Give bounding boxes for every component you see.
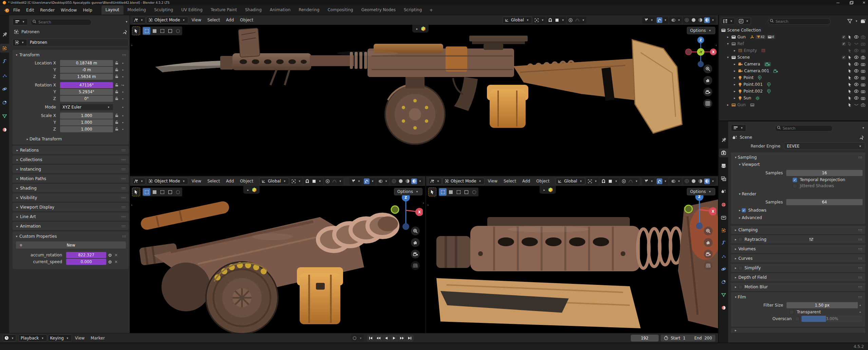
tab-rendering[interactable]: Rendering — [295, 5, 323, 15]
menu-add[interactable]: Add — [223, 17, 237, 23]
keying-menu[interactable]: Keying▾ — [48, 334, 72, 342]
magnet-icon[interactable] — [304, 178, 310, 184]
overlays-toggle[interactable]: ▾ — [656, 178, 668, 185]
lock-icon[interactable] — [114, 114, 119, 118]
menu-view[interactable]: View — [189, 17, 204, 23]
pivot-dropdown[interactable]: ▾ — [533, 17, 546, 24]
perspective-grid-button[interactable] — [411, 261, 420, 270]
hide-eye-icon[interactable] — [854, 96, 858, 100]
snap-target-icon[interactable] — [607, 178, 613, 184]
gear-icon[interactable]: ⚙ — [108, 253, 112, 258]
particles-tab[interactable] — [719, 252, 728, 260]
selectable-icon[interactable] — [848, 76, 852, 80]
tab-geometry-nodes[interactable]: Geometry Nodes — [357, 5, 400, 15]
location-x-field[interactable]: 0.18748 m — [60, 60, 113, 66]
viewport-bottom-right[interactable]: ▾ Object Mode▾ View Select Add Object Gl… — [426, 176, 718, 333]
selectable-icon[interactable] — [848, 55, 852, 59]
decorator-dot-icon[interactable]: • — [120, 68, 125, 72]
end-value[interactable]: 200 — [704, 336, 712, 341]
particles-tab[interactable] — [0, 71, 9, 80]
select-intersect-button[interactable] — [470, 188, 478, 196]
menu-view[interactable]: View — [189, 178, 204, 184]
drag-dots-icon[interactable] — [858, 276, 863, 278]
active-tool-button[interactable] — [132, 26, 140, 35]
viewport-subpanel-header[interactable]: ▾Viewport — [734, 161, 863, 168]
disable-render-icon[interactable] — [861, 62, 865, 66]
select-subtract-button[interactable] — [158, 27, 166, 35]
raytracing-checkbox[interactable] — [738, 237, 742, 241]
world-properties-tab[interactable] — [719, 200, 728, 209]
outliner-row-sun[interactable]: ▸ Sun — [721, 95, 866, 101]
new-property-button[interactable]: + New — [16, 241, 126, 249]
marker-menu[interactable]: Marker — [88, 334, 108, 342]
select-intersect-button[interactable] — [174, 188, 182, 196]
collapsed-operator-panel[interactable]: ▸ — [540, 186, 556, 194]
overlays-toggle[interactable]: ▾ — [363, 178, 376, 185]
film-header[interactable]: ▾Film — [734, 293, 863, 301]
scale-y-field[interactable]: 1.000 — [60, 119, 113, 125]
selectable-icon[interactable] — [848, 42, 852, 46]
disable-render-icon[interactable] — [861, 49, 865, 53]
drag-dots-icon[interactable] — [121, 187, 126, 189]
menu-help[interactable]: Help — [80, 6, 95, 14]
outliner-row-camera[interactable]: ▸ Camera — [721, 61, 866, 67]
editor-type-button[interactable]: ▾ — [731, 124, 746, 132]
options-button[interactable]: Options▾ — [394, 188, 422, 195]
orientation-dropdown[interactable]: Global▾ — [503, 17, 532, 24]
rotation-x-field[interactable]: 47116° — [60, 82, 113, 88]
zoom-button[interactable] — [704, 227, 713, 235]
previous-keyframe-button[interactable] — [375, 335, 382, 342]
transform-gizmo[interactable]: Z X — [682, 192, 716, 229]
outliner-display-mode-button[interactable]: ▾ — [721, 18, 735, 25]
menu-edit[interactable]: Edit — [23, 6, 37, 14]
object-properties-tab[interactable] — [719, 226, 728, 235]
new-collection-button[interactable] — [861, 19, 866, 23]
properties-search-input[interactable] — [31, 19, 92, 25]
editor-type-button[interactable]: ▾ — [132, 178, 146, 185]
menu-object[interactable]: Object — [237, 17, 256, 23]
id-type-button[interactable]: ▾ — [13, 39, 27, 46]
modifiers-tab[interactable] — [0, 57, 9, 66]
chevron-right-icon[interactable]: ▸ — [726, 103, 730, 106]
sidebar-expand-chevron[interactable]: › — [423, 201, 424, 205]
stopwatch-icon[interactable] — [664, 336, 668, 340]
shadows-subpanel-header[interactable]: ▸✓Shadows — [734, 207, 863, 214]
menu-object[interactable]: Object — [237, 178, 256, 184]
solid-shading-icon[interactable] — [398, 178, 403, 184]
overscan-checkbox[interactable] — [795, 317, 799, 321]
drag-dots-icon[interactable] — [121, 206, 126, 208]
selectable-icon[interactable] — [848, 103, 852, 107]
navigation-gizmo[interactable]: Z X -Y — [684, 36, 718, 68]
rotation-z-field[interactable]: 0° — [60, 96, 113, 102]
menu-select[interactable]: Select — [205, 17, 223, 23]
material-shading-icon[interactable] — [697, 178, 703, 184]
section-shading[interactable]: ▸Shading — [13, 184, 129, 192]
outliner-row-scene[interactable]: ▾ Scene ✓ — [721, 54, 866, 61]
exclude-checkbox[interactable]: ✓ — [842, 35, 846, 39]
drag-dots-icon[interactable] — [858, 296, 863, 298]
jump-to-end-button[interactable] — [406, 335, 414, 342]
decorator-dot-icon[interactable]: • — [120, 114, 125, 118]
chevron-right-icon[interactable]: ▸ — [733, 49, 737, 52]
wireframe-shading-icon[interactable] — [684, 17, 690, 23]
current-speed-field[interactable]: 0.000 — [66, 259, 106, 265]
scale-z-field[interactable]: 1.000 — [60, 126, 113, 132]
proportional-icon[interactable] — [568, 17, 573, 23]
falloff-icon[interactable] — [628, 178, 634, 184]
overlays-toggle[interactable]: ▾ — [656, 17, 668, 24]
drag-dots-icon[interactable] — [858, 229, 863, 231]
decorator-dot-icon[interactable]: • — [120, 97, 125, 101]
hide-eye-icon[interactable] — [854, 69, 858, 73]
physics-tab[interactable] — [0, 84, 9, 93]
decorator-dot-icon[interactable]: • — [120, 105, 125, 109]
section-viewport-display[interactable]: ▸Viewport Display — [13, 203, 129, 211]
lock-icon[interactable] — [114, 75, 119, 79]
snap-target-icon[interactable] — [554, 17, 560, 23]
disable-render-icon[interactable] — [861, 76, 865, 80]
menu-add[interactable]: Add — [223, 178, 237, 184]
pin-icon[interactable] — [123, 30, 127, 34]
chevron-down-icon[interactable]: ▾ — [726, 56, 730, 59]
mode-dropdown[interactable]: Object Mode▾ — [442, 178, 485, 185]
advanced-subpanel-header[interactable]: ▸Advanced — [734, 214, 863, 221]
section-motion-blur[interactable]: ▸Motion Blur — [731, 283, 865, 291]
